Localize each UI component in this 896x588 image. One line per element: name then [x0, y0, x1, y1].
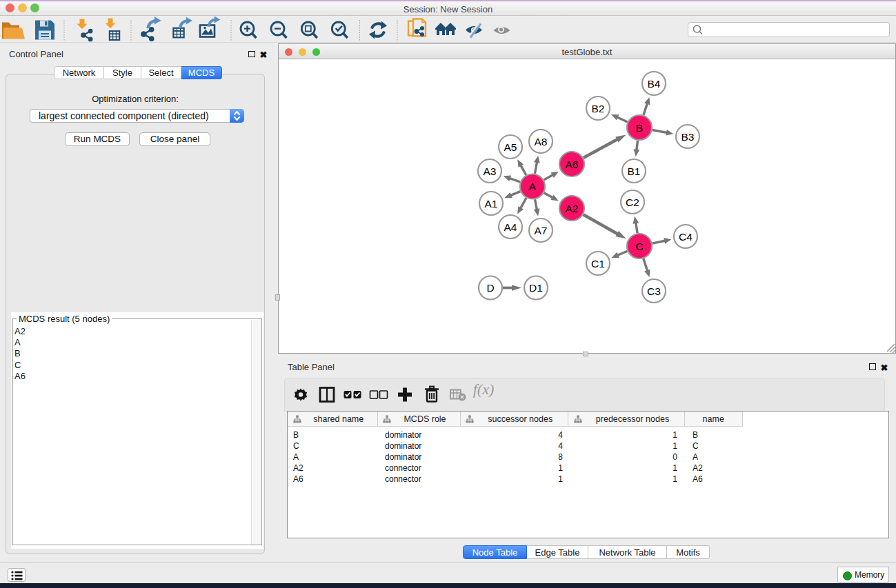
svg-text:B2: B2	[592, 103, 605, 114]
svg-text:A8: A8	[535, 136, 548, 148]
svg-text:C1: C1	[591, 258, 605, 270]
svg-text:A7: A7	[535, 225, 548, 236]
svg-text:A1: A1	[485, 198, 498, 210]
svg-text:B3: B3	[681, 131, 695, 143]
svg-text:f(x): f(x)	[473, 381, 495, 398]
svg-text:C4: C4	[679, 231, 693, 243]
svg-text:D1: D1	[529, 282, 543, 294]
svg-text:B4: B4	[648, 78, 661, 90]
svg-text:B1: B1	[628, 165, 641, 177]
svg-text:A6: A6	[566, 159, 579, 170]
svg-text:A2: A2	[566, 203, 579, 214]
svg-text:D: D	[486, 282, 494, 294]
svg-text:A4: A4	[504, 221, 517, 233]
svg-text:C3: C3	[647, 285, 661, 297]
svg-text:A: A	[529, 181, 537, 192]
svg-text:A5: A5	[504, 141, 517, 153]
svg-text:B: B	[636, 122, 643, 134]
svg-text:C2: C2	[626, 196, 639, 208]
svg-text:C: C	[635, 241, 643, 252]
svg-text:A3: A3	[484, 165, 497, 177]
